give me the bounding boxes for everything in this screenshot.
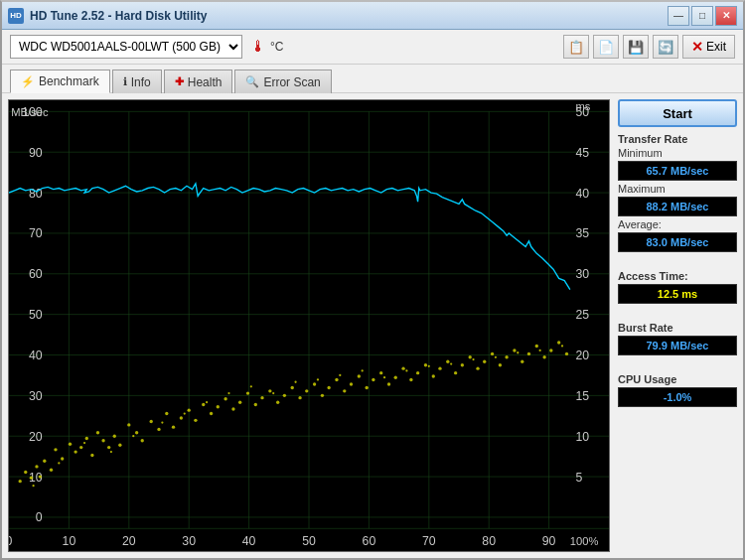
svg-point-82	[180, 416, 183, 419]
access-time-value: 12.5 ms	[618, 284, 737, 304]
window-title: HD Tune 2.52 - Hard Disk Utility	[30, 9, 668, 23]
svg-point-133	[557, 341, 560, 344]
close-button[interactable]: ✕	[715, 6, 737, 26]
burst-rate-value: 79.9 MB/sec	[618, 336, 737, 355]
svg-point-128	[521, 360, 523, 363]
transfer-rate-section: Transfer Rate Minimum 65.7 MB/sec Maximu…	[618, 133, 737, 252]
svg-point-119	[454, 371, 457, 374]
svg-point-58	[30, 477, 33, 480]
svg-text:15: 15	[575, 389, 589, 403]
svg-point-146	[294, 381, 296, 383]
minimize-button[interactable]: —	[668, 6, 689, 26]
svg-point-96	[283, 394, 286, 397]
svg-point-97	[291, 386, 294, 389]
svg-text:90: 90	[29, 146, 43, 160]
save-icon-button[interactable]: 💾	[623, 35, 649, 59]
tab-info-label: Info	[131, 75, 151, 89]
svg-text:60: 60	[363, 534, 376, 548]
tab-info[interactable]: ℹ Info	[112, 70, 162, 93]
start-button[interactable]: Start	[618, 99, 737, 127]
chart-svg: 100 90 80 70 60 50 40 30 20 10 0 MB/sec …	[9, 100, 609, 551]
main-content: 100 90 80 70 60 50 40 30 20 10 0 MB/sec …	[2, 92, 743, 558]
svg-point-105	[350, 382, 353, 385]
svg-text:35: 35	[575, 226, 589, 240]
svg-point-65	[69, 442, 72, 445]
copy-icon-button[interactable]: 📋	[563, 35, 589, 59]
svg-text:ms: ms	[575, 100, 590, 112]
maximize-button[interactable]: □	[691, 6, 713, 26]
drive-selector[interactable]: WDC WD5001AALS-00LWT (500 GB)	[10, 35, 242, 59]
svg-point-75	[127, 423, 130, 426]
svg-text:10: 10	[575, 430, 589, 444]
tab-benchmark[interactable]: ⚡ Benchmark	[10, 70, 110, 93]
svg-point-114	[416, 371, 419, 374]
burst-rate-section: Burst Rate 79.9 MB/sec	[618, 322, 737, 355]
access-time-label: Access Time:	[618, 270, 737, 282]
svg-point-56	[19, 480, 22, 483]
svg-text:5: 5	[575, 471, 582, 485]
svg-point-124	[491, 352, 494, 355]
tab-errorscan-label: Error Scan	[263, 75, 320, 89]
svg-point-98	[298, 396, 301, 399]
svg-text:80: 80	[482, 534, 496, 548]
svg-point-84	[194, 419, 197, 422]
maximum-value: 88.2 MB/sec	[618, 197, 737, 216]
svg-point-110	[387, 382, 390, 385]
exit-button[interactable]: ✕ Exit	[682, 35, 735, 59]
thermometer-icon: 🌡	[250, 38, 266, 56]
spacer2	[618, 310, 737, 316]
svg-text:30: 30	[29, 389, 43, 403]
svg-point-143	[227, 392, 229, 394]
svg-text:45: 45	[575, 146, 589, 160]
svg-point-144	[250, 385, 252, 387]
tab-health[interactable]: ✚ Health	[164, 70, 233, 93]
svg-point-147	[317, 378, 319, 380]
tab-health-label: Health	[188, 75, 223, 89]
svg-point-71	[101, 439, 104, 442]
svg-text:30: 30	[182, 534, 196, 548]
exit-label: Exit	[706, 40, 726, 54]
exit-x-icon: ✕	[691, 39, 703, 55]
tab-bar: ⚡ Benchmark ℹ Info ✚ Health 🔍 Error Scan	[2, 65, 743, 92]
svg-point-142	[206, 401, 208, 403]
svg-point-103	[335, 378, 338, 381]
main-window: HD HD Tune 2.52 - Hard Disk Utility — □ …	[0, 0, 745, 560]
svg-point-104	[343, 389, 346, 392]
svg-point-150	[383, 376, 385, 378]
svg-text:10: 10	[63, 534, 76, 548]
svg-point-141	[184, 412, 186, 414]
svg-point-152	[428, 365, 430, 367]
paste-icon: 📄	[598, 40, 614, 55]
toolbar: WDC WD5001AALS-00LWT (500 GB) 🌡 °C 📋 📄 💾…	[2, 30, 743, 65]
svg-point-64	[61, 457, 64, 460]
svg-point-148	[339, 374, 341, 376]
tab-errorscan[interactable]: 🔍 Error Scan	[234, 70, 331, 93]
svg-point-99	[305, 389, 308, 392]
svg-point-83	[188, 408, 191, 411]
svg-point-69	[90, 454, 93, 457]
svg-point-108	[372, 378, 374, 381]
svg-point-76	[135, 431, 138, 434]
svg-point-59	[35, 465, 38, 468]
svg-text:20: 20	[575, 349, 589, 362]
sidebar: Start Transfer Rate Minimum 65.7 MB/sec …	[618, 99, 737, 552]
svg-text:25: 25	[575, 308, 589, 322]
svg-text:60: 60	[29, 267, 43, 281]
svg-point-57	[24, 471, 27, 474]
svg-point-156	[517, 351, 519, 353]
svg-point-93	[260, 396, 263, 399]
svg-point-158	[561, 345, 563, 347]
svg-point-94	[268, 389, 271, 392]
svg-point-136	[58, 462, 60, 464]
svg-text:50: 50	[29, 308, 43, 322]
title-bar: HD HD Tune 2.52 - Hard Disk Utility — □ …	[2, 2, 743, 30]
paste-icon-button[interactable]: 📄	[593, 35, 619, 59]
cpu-usage-section: CPU Usage -1.0%	[618, 373, 737, 407]
svg-point-149	[362, 369, 364, 371]
refresh-icon-button[interactable]: 🔄	[653, 35, 678, 59]
svg-point-111	[394, 376, 397, 379]
svg-text:40: 40	[29, 349, 43, 362]
svg-point-80	[165, 412, 168, 415]
svg-point-95	[276, 400, 279, 403]
svg-point-134	[565, 352, 568, 355]
